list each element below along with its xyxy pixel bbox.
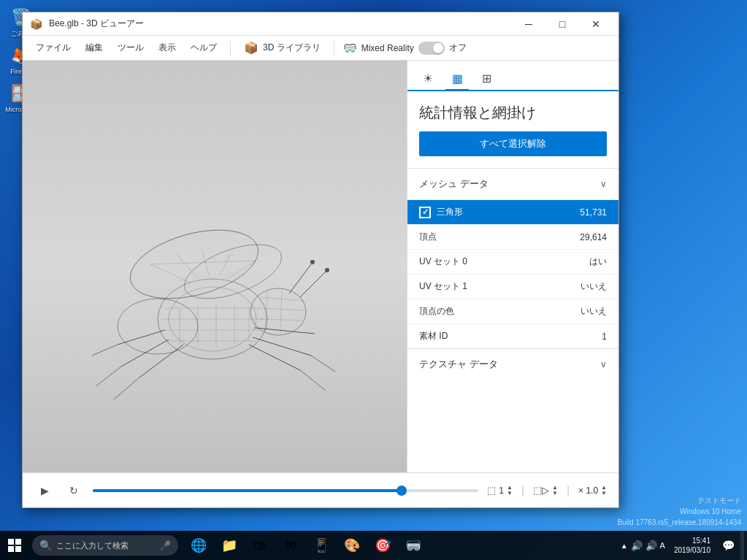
uv-set-0-value: はい — [589, 256, 607, 268]
taskbar-3dviewer[interactable]: 🥽 — [399, 531, 428, 560]
timeline-track[interactable] — [93, 489, 478, 492]
mixed-reality-toggle[interactable] — [418, 42, 445, 55]
menu-edit[interactable]: 編集 — [78, 37, 110, 58]
triangle-checkbox[interactable] — [419, 207, 431, 218]
vertex-value: 29,614 — [580, 232, 607, 242]
taskbar-app6[interactable]: 🎯 — [368, 531, 397, 560]
taskbar-right: ▲ 🔊 🔊 A 15:41 2019/03/10 💬 — [621, 531, 747, 560]
svg-line-7 — [121, 340, 169, 367]
bee-wireframe — [52, 151, 373, 429]
clock-date: 2019/03/10 — [674, 545, 710, 555]
3d-library-icon: 📦 — [244, 41, 258, 55]
refresh-button[interactable]: ↻ — [64, 480, 84, 501]
notification-icon[interactable]: 💬 — [719, 540, 738, 551]
network-icon: 🔊 — [631, 540, 643, 551]
tab-lighting[interactable]: ☀ — [416, 66, 440, 90]
triangle-row[interactable]: 三角形 51,731 — [407, 199, 618, 224]
taskbar: 🔍 ここに入力して検索 🎤 🌐 📁 🛍 ✉ 📱 🎨 🎯 🥽 ▲ 🔊 🔊 A 15… — [0, 531, 747, 560]
right-panel: ☀ ▦ ⊞ 統計情報と網掛け すべて選択解除 メッシュ データ ∨ — [407, 61, 618, 472]
svg-line-39 — [300, 370, 326, 391]
uv-set-1-value: いいえ — [581, 280, 607, 293]
close-button[interactable]: ✕ — [579, 12, 613, 36]
3d-viewport[interactable] — [23, 61, 407, 472]
svg-line-8 — [118, 330, 165, 345]
timeline-thumb[interactable] — [397, 486, 407, 496]
timeline-progress — [93, 489, 402, 492]
taskbar-edge[interactable]: 🌐 — [184, 531, 213, 560]
title-controls: ─ □ ✕ — [512, 12, 613, 36]
taskbar-apps: 🌐 📁 🛍 ✉ 📱 🎨 🎯 🥽 — [184, 531, 428, 560]
material-id-value: 1 — [602, 331, 607, 342]
triangle-value: 51,731 — [580, 207, 607, 218]
main-content: ☀ ▦ ⊞ 統計情報と網掛け すべて選択解除 メッシュ データ ∨ — [23, 61, 618, 472]
scale-arrows[interactable]: ▲ ▼ — [601, 485, 607, 496]
tray-arrow[interactable]: ▲ — [621, 542, 628, 550]
taskbar-corner — [740, 531, 744, 560]
panel-tabs: ☀ ▦ ⊞ — [407, 61, 618, 91]
taskbar-mail[interactable]: ✉ — [276, 531, 305, 560]
menu-help[interactable]: ヘルプ — [183, 37, 224, 58]
build-line3: Build 17763.rs5_release.180914-1434 — [617, 517, 741, 528]
uv-set-1-label-container: UV セット 1 — [419, 280, 581, 293]
mesh-data-section: メッシュ データ ∨ 三角形 51,731 — [407, 168, 618, 348]
3d-library-label: 3D ライブラリ — [263, 42, 321, 54]
clock-time: 15:41 — [674, 536, 710, 545]
taskbar-clock[interactable]: 15:41 2019/03/10 — [668, 536, 716, 555]
tab-grid[interactable]: ⊞ — [475, 66, 498, 90]
animation-control: ⬚▷ ▲ ▼ — [533, 485, 558, 496]
uv-set-0-label: UV セット 0 — [419, 256, 467, 268]
svg-point-14 — [310, 260, 315, 264]
scale-value: × 1.0 — [578, 486, 598, 496]
svg-line-40 — [311, 356, 335, 372]
minimize-button[interactable]: ─ — [512, 12, 545, 36]
animation-arrows[interactable]: ▲ ▼ — [552, 485, 558, 496]
vertex-label-container: 頂点 — [419, 231, 580, 243]
menu-separator-1 — [230, 41, 231, 55]
menu-file[interactable]: ファイル — [28, 37, 78, 58]
vertex-color-label-container: 頂点の色 — [419, 305, 581, 318]
mesh-section-header[interactable]: メッシュ データ ∨ — [407, 169, 618, 199]
frame-control: ⬚ 1 ▲ ▼ — [487, 485, 513, 496]
svg-line-11 — [255, 328, 315, 334]
texture-chevron-icon: ∨ — [600, 359, 607, 369]
svg-line-32 — [258, 308, 305, 310]
desktop: 🗑️ ごみ箱 🦊 Firefox 🪟 Microsof... 📦 Bee.glb… — [0, 0, 747, 560]
mixed-reality-label: Mixed Reality — [361, 43, 414, 53]
taskbar-search[interactable]: 🔍 ここに入力して検索 🎤 — [32, 535, 178, 556]
build-line2: Windows 10 Home — [617, 506, 741, 517]
maximize-button[interactable]: □ — [545, 12, 579, 36]
control-separator-2: | — [567, 484, 570, 497]
menu-view[interactable]: 表示 — [151, 37, 183, 58]
volume-icon: 🔊 — [646, 540, 657, 551]
deselect-all-button[interactable]: すべて選択解除 — [419, 131, 607, 156]
taskbar-phone[interactable]: 📱 — [307, 531, 336, 560]
play-button[interactable]: ▶ — [34, 480, 55, 501]
frame-arrows[interactable]: ▲ ▼ — [507, 485, 513, 496]
svg-line-9 — [249, 345, 300, 370]
vertex-label: 頂点 — [419, 231, 437, 243]
microphone-icon: 🎤 — [159, 540, 171, 551]
texture-section-header[interactable]: テクスチャ データ ∨ — [407, 349, 618, 380]
menu-tools[interactable]: ツール — [110, 37, 151, 58]
vertex-row: 頂点 29,614 — [407, 224, 618, 249]
taskbar-store[interactable]: 🛍 — [245, 531, 275, 560]
search-icon: 🔍 — [39, 540, 52, 551]
texture-data-section: テクスチャ データ ∨ — [407, 348, 618, 380]
svg-point-15 — [325, 268, 329, 272]
build-info: テストモード Windows 10 Home Build 17763.rs5_r… — [617, 495, 741, 528]
app-icon: 📦 — [28, 17, 43, 31]
svg-line-33 — [260, 319, 302, 321]
taskbar-paint[interactable]: 🎨 — [337, 531, 367, 560]
svg-line-35 — [280, 290, 282, 334]
window-title: Bee.glb - 3D ビューアー — [49, 18, 512, 30]
svg-line-31 — [260, 297, 304, 301]
start-button[interactable] — [0, 531, 29, 560]
build-line1: テストモード — [617, 495, 741, 506]
tab-stats[interactable]: ▦ — [445, 67, 469, 91]
taskbar-files[interactable]: 📁 — [215, 531, 244, 560]
3d-library-button[interactable]: 📦 3D ライブラリ — [237, 38, 328, 58]
mesh-chevron-icon: ∨ — [600, 179, 607, 189]
material-id-label: 素材 ID — [419, 330, 448, 342]
controls-bar: ▶ ↻ ⬚ 1 ▲ ▼ | ⬚▷ ▲ ▼ | — [23, 472, 618, 507]
svg-line-10 — [253, 337, 311, 356]
